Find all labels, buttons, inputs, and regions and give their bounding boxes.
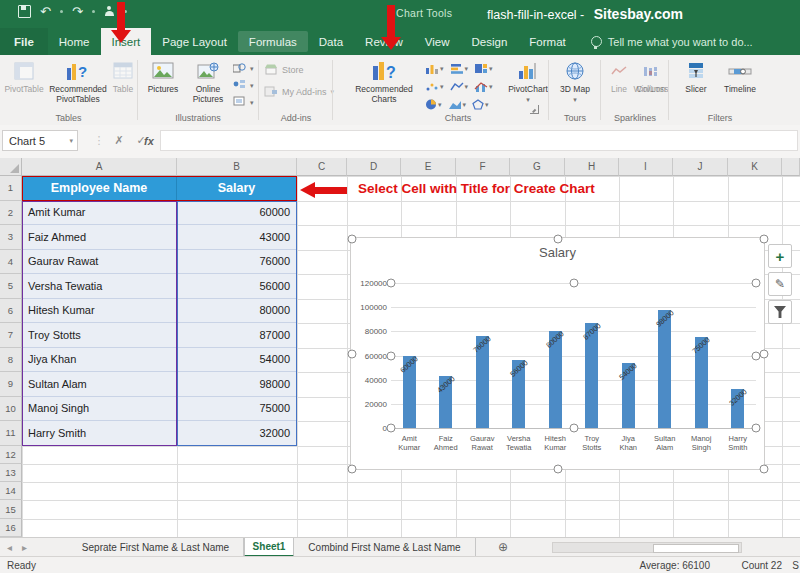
row-header-16[interactable]: 16	[0, 519, 22, 537]
pivotchart-button[interactable]: PivotChart ▾	[510, 59, 546, 104]
name-box[interactable]: Chart 5 ▾	[2, 130, 78, 151]
ribbon-tab-format[interactable]: Format	[518, 28, 576, 55]
cell-b1[interactable]: Salary	[177, 176, 297, 201]
ribbon-tab-design[interactable]: Design	[461, 28, 519, 55]
chart-elements-button[interactable]: +	[768, 244, 792, 268]
timeline-button[interactable]: Timeline	[718, 59, 762, 95]
insert-hierarchy-chart-button[interactable]: ▾	[474, 63, 493, 74]
chart-selection-handle[interactable]	[569, 279, 578, 288]
pictures-button[interactable]: Pictures	[143, 59, 183, 95]
insert-line-chart-button[interactable]: ▾	[450, 81, 469, 92]
chart-selection-handle[interactable]	[387, 279, 396, 288]
chart-selection-handle[interactable]	[760, 235, 769, 244]
ribbon-tab-page-layout[interactable]: Page Layout	[151, 28, 238, 55]
cell-a6[interactable]: Hitesh Kumar	[22, 299, 177, 324]
row-header-9[interactable]: 9	[0, 372, 22, 397]
row-header-3[interactable]: 3	[0, 225, 22, 250]
insert-radar-chart-button[interactable]: ▾	[472, 99, 489, 110]
chart-selection-handle[interactable]	[569, 424, 578, 433]
cell-a5[interactable]: Versha Tewatia	[22, 274, 177, 299]
column-header-B[interactable]: B	[177, 158, 297, 176]
formula-input[interactable]	[160, 130, 798, 151]
column-header-partial[interactable]	[782, 158, 800, 176]
cell-b6[interactable]: 80000	[177, 299, 297, 324]
chart-selection-handle[interactable]	[554, 465, 563, 474]
sparkline-line-button[interactable]: Line	[606, 59, 632, 95]
store-button[interactable]: Store	[264, 63, 304, 77]
column-header-G[interactable]: G	[510, 158, 565, 176]
cell-b3[interactable]: 43000	[177, 225, 297, 250]
chart-selection-handle[interactable]	[554, 235, 563, 244]
redo-dropdown-icon[interactable]	[92, 10, 95, 13]
ribbon-tab-formulas[interactable]: Formulas	[238, 31, 308, 52]
row-header-7[interactable]: 7	[0, 323, 22, 348]
my-addins-button[interactable]: My Add-ins ▾	[264, 85, 334, 99]
screenshot-button[interactable]: ▾	[233, 96, 254, 109]
row-header-15[interactable]: 15	[0, 500, 22, 518]
undo-icon[interactable]: ↶	[40, 5, 51, 18]
insert-pie-chart-button[interactable]: ▾	[425, 99, 442, 110]
cell-a10[interactable]: Manoj Singh	[22, 397, 177, 422]
chart-selection-handle[interactable]	[387, 351, 396, 360]
cell-b4[interactable]: 76000	[177, 250, 297, 275]
slicer-button[interactable]: Slicer	[678, 59, 714, 95]
cell-a7[interactable]: Troy Stotts	[22, 323, 177, 348]
tell-me-box[interactable]: Tell me what you want to do...	[577, 28, 753, 55]
row-header-13[interactable]: 13	[0, 464, 22, 482]
row-header-14[interactable]: 14	[0, 482, 22, 500]
cell-b7[interactable]: 87000	[177, 323, 297, 348]
undo-dropdown-icon[interactable]	[60, 10, 63, 13]
column-header-I[interactable]: I	[619, 158, 673, 176]
chart-styles-button[interactable]: ✎	[768, 272, 792, 296]
row-header-8[interactable]: 8	[0, 348, 22, 373]
online-pictures-button[interactable]: Online Pictures	[185, 59, 231, 104]
cell-a2[interactable]: Amit Kumar	[22, 201, 177, 226]
chart-filters-button[interactable]	[768, 300, 792, 324]
redo-icon[interactable]: ↷	[72, 5, 83, 18]
select-all-corner[interactable]	[0, 158, 22, 176]
next-sheet-icon[interactable]: ▸	[22, 542, 27, 553]
column-header-D[interactable]: D	[347, 158, 401, 176]
3d-map-button[interactable]: 3D Map ▾	[558, 59, 592, 104]
chart-selection-handle[interactable]	[752, 279, 761, 288]
sheet-tab-separate[interactable]: Seprate First Name & Last Name	[68, 538, 244, 557]
insert-bar-chart-button[interactable]: ▾	[450, 63, 469, 74]
cell-b9[interactable]: 98000	[177, 372, 297, 397]
sheet-tab-combind[interactable]: Combind First Name & Last Name	[294, 538, 476, 557]
row-header-10[interactable]: 10	[0, 397, 22, 422]
row-header-12[interactable]: 12	[0, 446, 22, 464]
ribbon-tab-view[interactable]: View	[414, 28, 461, 55]
insert-area-chart-button[interactable]: ▾	[448, 99, 467, 110]
prev-sheet-icon[interactable]: ◂	[7, 542, 12, 553]
ribbon-tab-data[interactable]: Data	[308, 28, 354, 55]
sheet-scrollbar[interactable]	[552, 542, 742, 553]
row-header-6[interactable]: 6	[0, 299, 22, 324]
chart-selection-handle[interactable]	[760, 465, 769, 474]
chart-selection-handle[interactable]	[752, 424, 761, 433]
chart-selection-handle[interactable]	[348, 465, 357, 474]
cell-a3[interactable]: Faiz Ahmed	[22, 225, 177, 250]
cell-b10[interactable]: 75000	[177, 397, 297, 422]
chart-selection-handle[interactable]	[348, 350, 357, 359]
cell-a9[interactable]: Sultan Alam	[22, 372, 177, 397]
cell-b8[interactable]: 54000	[177, 348, 297, 373]
table-button[interactable]: Table	[110, 59, 136, 95]
name-box-dropdown-icon[interactable]: ▾	[69, 137, 73, 145]
winloss-button[interactable]: Win/Loss	[636, 59, 666, 95]
chart-selection-handle[interactable]	[387, 424, 396, 433]
row-header-5[interactable]: 5	[0, 274, 22, 299]
row-header-11[interactable]: 11	[0, 421, 22, 446]
person-icon[interactable]	[104, 6, 115, 17]
chart-selection-handle[interactable]	[760, 350, 769, 359]
column-header-K[interactable]: K	[728, 158, 782, 176]
chart-selection-handle[interactable]	[752, 351, 761, 360]
chart-selection-handle[interactable]	[348, 235, 357, 244]
insert-scatter-chart-button[interactable]: ▾	[425, 81, 444, 92]
cell-b2[interactable]: 60000	[177, 201, 297, 226]
insert-column-chart-button[interactable]: ▾	[425, 63, 444, 74]
row-header-2[interactable]: 2	[0, 201, 22, 226]
recommended-pivottables-button[interactable]: ? Recommended PivotTables	[47, 59, 109, 104]
shapes-button[interactable]: ▾	[233, 62, 254, 75]
column-header-J[interactable]: J	[673, 158, 728, 176]
column-header-E[interactable]: E	[401, 158, 456, 176]
